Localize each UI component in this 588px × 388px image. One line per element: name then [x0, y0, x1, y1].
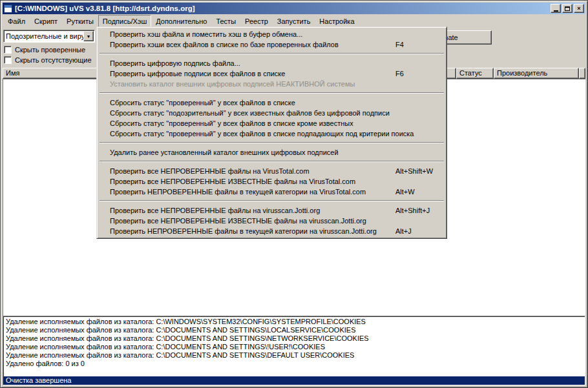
log-line[interactable]: Удаление исполняемых файлов из каталога:…: [3, 318, 585, 326]
log-status-line[interactable]: Очистка завершена: [3, 376, 585, 385]
menu-bar: Файл Скрипт Руткиты Подпись/Хэш Дополнит…: [3, 15, 585, 27]
menu-item-reset-checked-except-known[interactable]: Сбросить статус "проверенный" у всех фай…: [98, 118, 445, 128]
menu-separator: [100, 200, 444, 201]
chevron-down-icon: ▼: [87, 34, 91, 39]
combobox-dropdown-button[interactable]: ▼: [83, 31, 94, 41]
menu-separator: [100, 161, 444, 162]
menu-signature-hash[interactable]: Подпись/Хэш: [98, 15, 151, 27]
maximize-button[interactable]: [562, 4, 572, 13]
menu-separator: [100, 53, 444, 54]
maximize-icon: [565, 6, 570, 11]
menu-item-delete-external-signatures-catalog[interactable]: Удалить ранее установленный каталог внеш…: [98, 147, 445, 158]
menu-separator: [100, 92, 444, 94]
menu-script[interactable]: Скрипт: [30, 15, 62, 27]
menu-additional[interactable]: Дополнительно: [151, 15, 211, 27]
menu-file[interactable]: Файл: [3, 15, 30, 27]
window-title: [C:\WINDOWS] uVS v3.81.8 [http://dsrt.dy…: [15, 5, 549, 12]
menu-tests[interactable]: Тесты: [211, 15, 240, 27]
menu-separator: [100, 142, 444, 143]
menu-settings[interactable]: Настройка: [315, 15, 359, 27]
hide-missing-checkbox[interactable]: Скрыть отсутствующие: [4, 56, 92, 64]
category-combobox[interactable]: Подозрительные и вирусы ▼: [3, 30, 95, 43]
app-window: [C:\WINDOWS] uVS v3.81.8 [http://dsrt.dy…: [0, 0, 588, 388]
log-list: Удаление исполняемых файлов из каталога:…: [3, 316, 585, 385]
hide-checked-checkbox[interactable]: Скрыть проверенные: [4, 45, 85, 54]
menu-item-reset-checked-status-all[interactable]: Сбросить статус "проверенный" у всех фай…: [98, 97, 445, 108]
titlebar[interactable]: [C:\WINDOWS] uVS v3.81.8 [http://dsrt.dy…: [3, 3, 585, 14]
log-pane[interactable]: Удаление исполняемых файлов из каталога:…: [3, 316, 585, 385]
menu-item-check-all-hashes[interactable]: Проверить хэши всех файлов в списке по б…: [98, 39, 445, 50]
close-icon: ×: [577, 6, 580, 12]
menu-rootkits[interactable]: Руткиты: [62, 15, 98, 27]
menu-item-check-file-signature[interactable]: Проверить цифровую подпись файла...: [98, 58, 445, 68]
menu-item-check-file-hash[interactable]: Проверить хэш файла и поместить хэш в бу…: [98, 29, 445, 39]
menu-registry[interactable]: Реестр: [240, 15, 273, 27]
app-icon[interactable]: [4, 5, 12, 13]
menu-item-set-external-signatures-catalog: Установить каталог внешних цифровых подп…: [98, 79, 445, 89]
menu-item-jotti-all-unchecked[interactable]: Проверить все НЕПРОВЕРЕННЫЕ файлы на vir…: [98, 205, 445, 216]
hide-checked-label: Скрыть проверенные: [15, 46, 85, 54]
log-line[interactable]: Удаление исполняемых файлов из каталога:…: [3, 334, 585, 343]
menu-item-reset-checked-matching-criteria[interactable]: Сбросить статус "проверенный" у всех фай…: [98, 128, 445, 139]
minimize-button[interactable]: [551, 4, 561, 13]
minimize-icon: [554, 10, 558, 12]
column-header-status[interactable]: Статус: [456, 68, 494, 79]
column-header-filler: [579, 68, 585, 79]
log-line[interactable]: Удалено файлов: 0 из 0: [3, 360, 585, 368]
column-header-manufacturer[interactable]: Производитель: [494, 68, 579, 79]
hide-checked-checkbox-box[interactable]: [4, 46, 12, 54]
menu-item-check-all-signatures[interactable]: Проверить цифровые подписи всех файлов в…: [98, 68, 445, 79]
hide-missing-checkbox-box[interactable]: [4, 56, 12, 64]
menu-item-virustotal-all-unchecked[interactable]: Проверить все НЕПРОВЕРЕННЫЕ файлы на Vir…: [98, 166, 445, 176]
log-line[interactable]: Удаление исполняемых файлов из каталога:…: [3, 326, 585, 334]
close-button[interactable]: ×: [574, 4, 584, 13]
signature-hash-menu-popup: Проверить хэш файла и поместить хэш в бу…: [96, 26, 447, 239]
menu-item-jotti-current-category[interactable]: Проверить НЕПРОВЕРЕННЫЕ файлы в текущей …: [98, 226, 445, 236]
menu-item-reset-suspicious-status[interactable]: Сбросить статус "подозрительный" у всех …: [98, 108, 445, 118]
hide-missing-label: Скрыть отсутствующие: [15, 56, 92, 64]
log-line[interactable]: Удаление исполняемых файлов из каталога:…: [3, 343, 585, 351]
log-line[interactable]: Удаление исполняемых файлов из каталога:…: [3, 351, 585, 360]
menu-item-virustotal-known-unchecked[interactable]: Проверить все НЕПРОВЕРЕННЫЕ ИЗВЕСТНЫЕ фа…: [98, 176, 445, 187]
category-combobox-value: Подозрительные и вирусы: [4, 32, 83, 40]
menu-item-jotti-known-unchecked[interactable]: Проверить все НЕПРОВЕРЕННЫЕ ИЗВЕСТНЫЕ фа…: [98, 216, 445, 226]
menu-run[interactable]: Запустить: [273, 15, 315, 27]
menu-item-virustotal-current-category[interactable]: Проверить НЕПРОВЕРЕННЫЕ файлы в текущей …: [98, 187, 445, 197]
